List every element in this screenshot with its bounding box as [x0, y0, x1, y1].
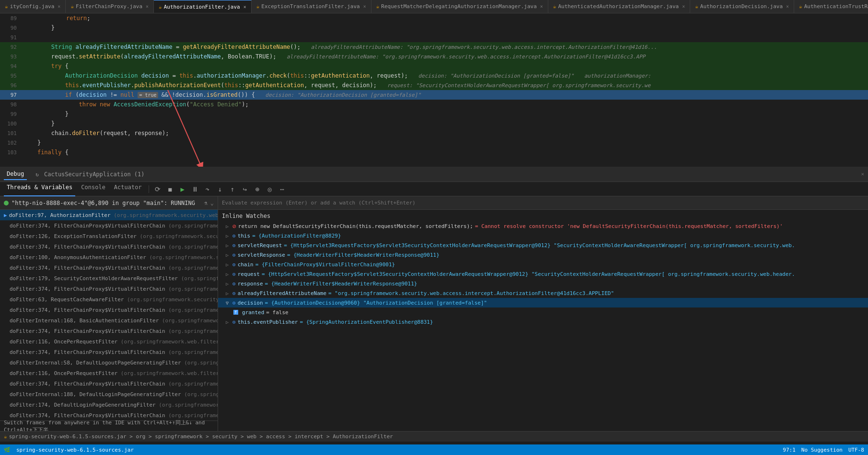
close-icon[interactable]: × — [363, 4, 366, 9]
watch-value: = {HttpServlet3RequestFactory$Servlet3Se… — [284, 242, 795, 249]
expand-arrow-icon: ▷ — [226, 272, 231, 277]
watch-name: this — [238, 233, 251, 239]
panel-tab-actuator[interactable]: Actuator — [111, 182, 145, 196]
line-number: 90 — [0, 25, 22, 31]
thread-item[interactable]: doFilter:63, RequestCacheAwareFilter (or… — [0, 294, 218, 305]
code-content: AuthorizationDecision decision = this.au… — [22, 72, 868, 79]
filter-icon[interactable]: ⚗ — [204, 200, 208, 206]
close-icon[interactable]: × — [786, 4, 789, 9]
encoding-label: UTF-8 — [848, 447, 864, 453]
thread-item[interactable]: doFilterInternal:168, BasicAuthenticatio… — [0, 315, 218, 326]
watch-item-error[interactable]: ▷ ⊘ return new DefaultSecurityFilterChai… — [218, 221, 868, 231]
watch-item-this[interactable]: ▷ ⊙ this = {AuthorizationFilter@8829} — [218, 231, 868, 240]
thread-item[interactable]: doFilter:374, FilterChainProxy$VirtualFi… — [0, 241, 218, 252]
thread-item[interactable]: doFilter:174, DefaultLoginPageGenerating… — [0, 399, 218, 410]
threads-header: "http-nio-8888-exec-4"@6,890 in group "m… — [0, 196, 218, 210]
more-button[interactable]: ⋯ — [278, 184, 287, 194]
thread-item[interactable]: doFilter:116, OncePerRequestFilter (org.… — [0, 336, 218, 347]
threads-panel: "http-nio-8888-exec-4"@6,890 in group "m… — [0, 196, 218, 431]
close-debug-button[interactable]: × — [861, 171, 864, 177]
evaluate-button[interactable]: ⊕ — [253, 184, 262, 194]
thread-item[interactable]: doFilter:374, FilterChainProxy$VirtualFi… — [0, 347, 218, 357]
thread-item[interactable]: doFilter:374, FilterChainProxy$VirtualFi… — [0, 378, 218, 389]
thread-item[interactable]: doFilterInternal:188, DefaultLoginPageGe… — [0, 389, 218, 399]
watch-item-decision[interactable]: ▽ ⊙ decision = {AuthorizationDecision@90… — [218, 298, 868, 307]
watch-text: return new DefaultSecurityFilterChain(th… — [238, 223, 473, 229]
close-icon[interactable]: × — [146, 4, 149, 9]
obj-icon: ⊙ — [232, 252, 236, 258]
thread-item[interactable]: doFilter:374, FilterChainProxy$VirtualFi… — [0, 305, 218, 315]
expand-icon[interactable]: ⌄ — [210, 200, 214, 206]
thread-list[interactable]: ▶ doFilter:97, AuthorizationFilter (org.… — [0, 210, 218, 421]
run-cursor-button[interactable]: ↪ — [240, 184, 250, 194]
watch-item-servletresponse[interactable]: ▷ ⊙ servletResponse = {HeaderWriterFilte… — [218, 250, 868, 260]
line-number: 89 — [0, 15, 22, 22]
obj-icon: ⊙ — [232, 233, 236, 239]
watch-item-chain[interactable]: ▷ ⊙ chain = {FilterChainProxy$VirtualFil… — [218, 260, 868, 269]
code-content: } — [22, 120, 868, 127]
thread-item[interactable]: doFilterInternal:58, DefaultLogoutPageGe… — [0, 357, 218, 368]
pause-button[interactable]: ⏸ — [190, 184, 200, 194]
thread-item[interactable]: doFilter:374, FilterChainProxy$VirtualFi… — [0, 262, 218, 273]
tab-filterchainproxy[interactable]: ☕ FilterChainProxy.java × — [66, 0, 154, 13]
close-icon[interactable]: × — [243, 4, 246, 10]
tab-authtrustresolver[interactable]: ☕ AuthenticationTrustResolverImpl.java × — [794, 0, 868, 13]
step-over-button[interactable]: ↷ — [203, 184, 212, 194]
tab-authenticatedauth[interactable]: ☕ AuthenticatedAuthorizationManager.java… — [548, 0, 690, 13]
watch-item-servletrequest[interactable]: ▷ ⊙ servletRequest = {HttpServlet3Reques… — [218, 240, 868, 250]
thread-item[interactable]: doFilter:374, FilterChainProxy$VirtualFi… — [0, 326, 218, 336]
expand-arrow-icon: ▷ — [226, 243, 231, 248]
threads-vars-label: Threads & Variables — [7, 184, 72, 191]
expand-arrow-icon: ▷ — [226, 281, 231, 286]
thread-text: doFilter:179, SecurityContextHolderAware… — [4, 275, 218, 282]
editor-area: 89 return; 90 } 91 92 String alreadyFilt… — [0, 13, 868, 167]
tab-app[interactable]: ↻ CactusSecurityApplication (1) — [33, 169, 147, 180]
expand-arrow-icon: ▷ — [226, 291, 231, 296]
panel-tab-console[interactable]: Console — [78, 182, 108, 196]
resume-button[interactable]: ▶ — [178, 184, 187, 194]
code-line-102: 102 } — [0, 138, 868, 148]
tab-authorizationdecision[interactable]: ☕ AuthorizationDecision.java × — [690, 0, 794, 13]
tab-exceptiontranslation[interactable]: ☕ ExceptionTranslationFilter.java × — [252, 0, 371, 13]
line-number: 92 — [0, 44, 22, 50]
tab-requestmatcher[interactable]: ☕ RequestMatcherDelegatingAuthorizationM… — [371, 0, 548, 13]
thread-item[interactable]: doFilter:116, OncePerRequestFilter (org.… — [0, 368, 218, 378]
breadcrumb-icon: ☕ — [4, 433, 7, 440]
thread-text: doFilter:100, AnonymousAuthenticationFil… — [4, 254, 218, 261]
thread-item[interactable]: doFilter:374, FilterChainProxy$VirtualFi… — [0, 284, 218, 294]
close-icon[interactable]: × — [682, 4, 685, 9]
close-icon[interactable]: × — [58, 4, 60, 9]
java-icon: ☕ — [695, 3, 698, 10]
console-label: Console — [81, 184, 105, 191]
watch-item-alreadyfiltered[interactable]: ▷ ⊙ alreadyFilteredAttributeName = "org.… — [218, 288, 868, 298]
step-out-button[interactable]: ↑ — [228, 184, 237, 194]
watch-item-response[interactable]: ▷ ⊙ response = {HeaderWriterFilter$Heade… — [218, 279, 868, 288]
mute-button[interactable]: ◎ — [265, 184, 275, 194]
expression-input[interactable] — [222, 200, 864, 206]
tab-ityconfig[interactable]: ☕ ityConfig.java × — [0, 0, 66, 13]
java-icon: ☕ — [376, 3, 380, 10]
step-into-button[interactable]: ↓ — [215, 184, 225, 194]
thread-text: doFilter:116, OncePerRequestFilter (org.… — [4, 370, 218, 376]
thread-item[interactable]: ▶ doFilter:97, AuthorizationFilter (org.… — [0, 210, 218, 220]
line-number: 98 — [0, 102, 22, 108]
code-content: throw new AccessDeniedException("Access … — [22, 101, 868, 108]
tab-debug[interactable]: Debug — [4, 169, 27, 180]
watch-item-request[interactable]: ▷ ⊙ request = {HttpServlet3RequestFactor… — [218, 269, 868, 279]
panel-tab-threads[interactable]: Threads & Variables — [4, 182, 75, 196]
watch-item-granted[interactable]: f granted = false — [218, 307, 868, 317]
rerun-button[interactable]: ⟳ — [153, 184, 162, 194]
hint-text: Switch frames from anywhere in the IDE w… — [4, 419, 214, 432]
thread-item[interactable]: doFilter:100, AnonymousAuthenticationFil… — [0, 252, 218, 262]
watch-item-eventpublisher[interactable]: ▷ ⊙ this.eventPublisher = {SpringAuthori… — [218, 317, 868, 327]
watch-name: servletRequest — [238, 242, 282, 249]
stop-button[interactable]: ◼ — [165, 184, 175, 194]
java-icon: ☕ — [553, 3, 556, 10]
close-icon[interactable]: × — [540, 4, 543, 9]
thread-item[interactable]: doFilter:374, FilterChainProxy$VirtualFi… — [0, 220, 218, 231]
thread-item[interactable]: doFilter:179, SecurityContextHolderAware… — [0, 273, 218, 284]
thread-item[interactable]: doFilter:126, ExceptionTranslationFilter… — [0, 231, 218, 241]
tab-authorizationfilter[interactable]: ☕ AuthorizationFilter.java × — [154, 0, 252, 13]
thread-arrow: ▶ — [4, 212, 7, 218]
thread-controls: ⚗ ⌄ — [204, 200, 214, 206]
